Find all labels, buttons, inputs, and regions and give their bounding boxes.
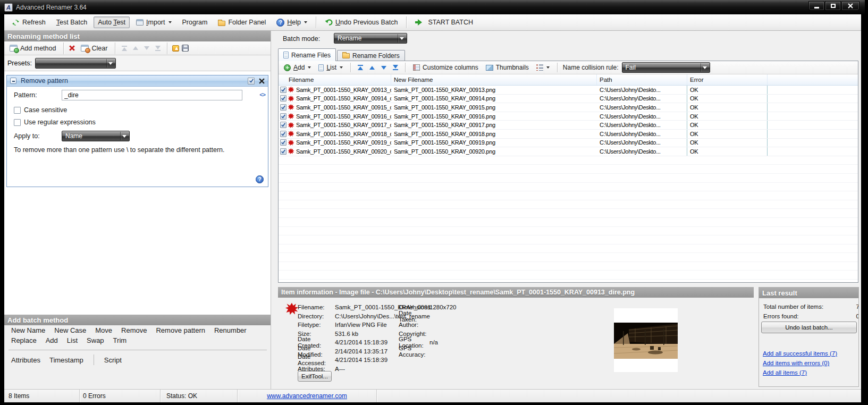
empty-table-row [279, 165, 858, 174]
result-link[interactable]: Add items with errors (0) [763, 360, 837, 366]
tab-timestamp[interactable]: Timestamp [49, 356, 83, 364]
add-method-link[interactable]: Renumber [214, 326, 247, 334]
add-method-link[interactable]: Trim [113, 336, 127, 344]
undo-last-batch-button[interactable]: Undo last batch... [761, 322, 857, 333]
use-regex-checkbox[interactable] [14, 119, 21, 126]
move-method-up-button[interactable] [131, 45, 140, 51]
add-method-link[interactable]: Remove [121, 326, 147, 334]
test-batch-button[interactable]: Test Batch [52, 16, 91, 28]
add-method-link[interactable]: Remove pattern [156, 326, 205, 334]
import-button[interactable]: Import [132, 16, 175, 28]
move-method-bottom-button[interactable] [154, 45, 162, 52]
file-icon [283, 52, 289, 58]
tag-picker-icon[interactable] [259, 91, 265, 98]
method-enabled-checkbox[interactable] [248, 78, 255, 85]
row-checkbox[interactable] [280, 104, 286, 111]
thumbnails-button[interactable]: Thumbnails [484, 62, 531, 73]
import-label: Import [146, 19, 165, 26]
titlebar[interactable]: A Advanced Renamer 3.64 [0, 0, 865, 14]
exiftool-button[interactable]: ExifTool... [298, 371, 332, 382]
tab-script[interactable]: Script [104, 356, 122, 364]
result-link[interactable]: Add all successful items (7) [763, 350, 837, 357]
maximize-button[interactable] [825, 1, 841, 11]
column-header-path[interactable]: Path [597, 74, 687, 85]
table-row[interactable]: Samk_PT_0001-1550_KRAY_00919_dire.png Sa… [279, 139, 858, 148]
row-checkbox[interactable] [280, 95, 286, 102]
pattern-input[interactable] [62, 90, 242, 100]
cell-new-filename: Samk_PT_0001-1550_KRAY_00915.png [391, 103, 597, 112]
program-button[interactable]: Program [178, 16, 212, 28]
table-row[interactable]: Samk_PT_0001-1550_KRAY_00916_dire.png Sa… [279, 112, 858, 121]
table-row[interactable]: Samk_PT_0001-1550_KRAY_00914_dire.png Sa… [279, 95, 858, 104]
tab-attributes[interactable]: Attributes [11, 356, 40, 364]
row-checkbox[interactable] [280, 139, 286, 146]
customize-columns-button[interactable]: Customize columns [411, 62, 481, 73]
table-row[interactable]: Samk_PT_0001-1550_KRAY_00920_dire.png Sa… [279, 147, 858, 156]
row-checkbox[interactable] [280, 148, 286, 155]
method-help-icon[interactable] [256, 175, 264, 183]
column-header-new-filename[interactable]: New Filename [391, 74, 597, 85]
use-regex-option[interactable]: Use regular expressions [14, 119, 96, 126]
delete-method-button[interactable] [69, 45, 75, 52]
add-method-link[interactable]: Swap [87, 336, 104, 344]
table-row[interactable]: Samk_PT_0001-1550_KRAY_00918_dire.png Sa… [279, 130, 858, 139]
delete-icon [69, 45, 75, 52]
empty-table-row [279, 183, 858, 192]
file-type-icon [288, 122, 294, 129]
view-mode-button[interactable] [534, 63, 552, 72]
load-preset-button[interactable] [172, 45, 179, 52]
close-button[interactable] [841, 1, 859, 11]
move-file-up-button[interactable] [368, 65, 376, 71]
move-method-top-button[interactable] [120, 45, 129, 52]
minimize-button[interactable] [808, 1, 824, 11]
add-method-link[interactable]: New Name [11, 326, 45, 334]
add-method-link[interactable]: Move [95, 326, 112, 334]
row-checkbox[interactable] [280, 87, 286, 93]
clear-methods-button[interactable]: Clear [78, 43, 110, 54]
row-checkbox[interactable] [280, 131, 286, 137]
folder-panel-button[interactable]: Folder Panel [214, 16, 270, 28]
move-file-bottom-button[interactable] [391, 64, 400, 71]
add-method-link[interactable]: List [67, 336, 78, 344]
website-link[interactable]: www.advancedrenamer.com [267, 392, 347, 400]
presets-select[interactable] [35, 58, 116, 69]
apply-to-select[interactable]: Name [62, 131, 130, 141]
list-button[interactable]: List [316, 62, 345, 73]
undo-previous-batch-button[interactable]: Undo Previous Batch [321, 16, 402, 28]
chevron-down-icon [122, 135, 127, 138]
batch-mode-select[interactable]: Rename [334, 33, 407, 44]
save-preset-button[interactable] [182, 45, 189, 52]
move-method-down-button[interactable] [142, 45, 151, 51]
help-button[interactable]: Help [272, 16, 311, 29]
table-row[interactable]: Samk_PT_0001-1550_KRAY_00915_dire.png Sa… [279, 103, 858, 112]
cell-filler [768, 130, 858, 138]
row-checkbox[interactable] [280, 122, 286, 128]
refresh-button[interactable]: Refresh [7, 16, 50, 29]
tab-rename-files[interactable]: Rename Files [278, 48, 336, 61]
row-checkbox[interactable] [280, 113, 286, 120]
close-method-button[interactable] [259, 78, 265, 84]
column-header-filename[interactable]: Filename [279, 74, 391, 85]
result-link[interactable]: Add all items (7) [763, 369, 837, 376]
add-method-link[interactable]: Replace [11, 336, 37, 344]
add-method-link[interactable]: Add [46, 336, 58, 344]
tab-rename-folders[interactable]: Rename Folders [337, 50, 405, 61]
name-collision-select[interactable]: Fail [622, 62, 710, 73]
case-sensitive-option[interactable]: Case sensitive [14, 106, 67, 114]
add-method-button[interactable]: Add method [7, 43, 58, 54]
table-row[interactable]: Samk_PT_0001-1550_KRAY_00917_dire.png Sa… [279, 121, 858, 130]
move-file-top-button[interactable] [356, 64, 365, 71]
arrow-bar [155, 50, 161, 51]
table-row[interactable]: Samk_PT_0001-1550_KRAY_00913_dire.png Sa… [279, 86, 858, 95]
remove-pattern-header[interactable]: Remove pattern [7, 75, 268, 87]
add-files-button[interactable]: Add [282, 62, 313, 73]
auto-test-button[interactable]: Auto Test [94, 16, 130, 28]
add-method-link[interactable]: New Case [54, 326, 86, 334]
start-batch-button[interactable]: START BATCH [411, 16, 477, 28]
info-field-row: Author: [399, 320, 558, 330]
move-file-down-button[interactable] [380, 65, 388, 71]
case-sensitive-checkbox[interactable] [14, 107, 21, 114]
column-header-error[interactable]: Error [687, 74, 768, 85]
apply-to-label: Apply to: [14, 132, 40, 140]
collapse-method-button[interactable] [10, 78, 16, 84]
